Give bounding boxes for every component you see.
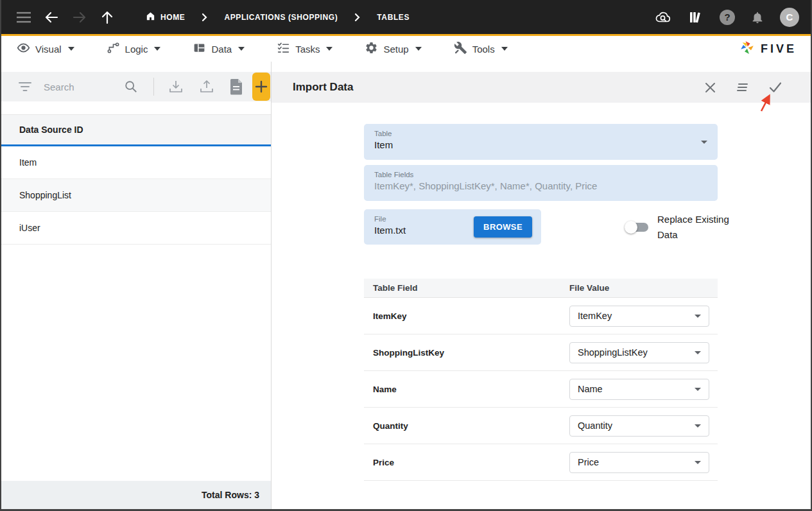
checklist-icon: [277, 41, 290, 56]
document-icon[interactable]: [229, 78, 243, 95]
table-select-value: Item: [374, 139, 707, 150]
menu-label: Logic: [125, 44, 148, 55]
mapping-header-row: Table Field File Value: [364, 279, 718, 298]
caret-down-icon: [695, 351, 701, 354]
wrench-icon: [454, 41, 467, 56]
mapping-field-name: Quantity: [364, 421, 569, 431]
avatar[interactable]: C: [780, 8, 799, 27]
caret-down-icon: [326, 47, 333, 51]
breadcrumb: HOME APPLICATIONS (SHOPPING) TABLES: [145, 11, 410, 24]
file-field: File Item.txt BROWSE: [364, 209, 541, 245]
filter-icon[interactable]: [18, 82, 32, 92]
mapping-field-name: Name: [364, 385, 569, 394]
list-item-item[interactable]: Item: [1, 146, 271, 179]
select-value: ShoppingListKey: [578, 347, 648, 358]
menu-label: Tools: [472, 44, 495, 55]
page-title: Import Data: [293, 81, 353, 94]
table-row: ShoppingListKey ShoppingListKey: [364, 334, 718, 371]
content: Data Source ID Item ShoppingList iUser T…: [1, 62, 811, 509]
gear-icon: [365, 41, 378, 56]
import-data-panel: Import Data Table Item Table Fi: [272, 62, 811, 509]
data-source-panel: Data Source ID Item ShoppingList iUser T…: [1, 62, 272, 509]
caret-down-icon: [695, 315, 701, 318]
menu-label: Setup: [383, 44, 408, 55]
table-row: Name Name: [364, 371, 718, 408]
breadcrumb-tables[interactable]: TABLES: [377, 13, 410, 22]
file-value-select-shoppinglistkey[interactable]: ShoppingListKey: [569, 342, 709, 363]
export-icon[interactable]: [198, 78, 215, 95]
breadcrumb-home[interactable]: HOME: [145, 11, 185, 24]
replace-existing-data-toggle[interactable]: Replace Existing Data: [626, 212, 742, 242]
mapping-field-name: Price: [364, 458, 569, 467]
table-select[interactable]: Table Item: [364, 124, 718, 160]
avatar-letter: C: [786, 12, 793, 22]
chevron-right-icon: [202, 13, 207, 22]
add-button[interactable]: [252, 73, 270, 101]
file-value-select-price[interactable]: Price: [569, 452, 709, 473]
up-arrow-icon[interactable]: [100, 10, 114, 25]
total-rows-label: Total Rows: 3: [1, 481, 271, 509]
select-value: ItemKey: [578, 311, 612, 321]
menu-tasks[interactable]: Tasks: [277, 41, 333, 56]
close-icon[interactable]: [704, 82, 716, 94]
toggle-knob[interactable]: [625, 221, 637, 234]
table-row: ItemKey ItemKey: [364, 298, 718, 334]
left-toolbar: [1, 72, 271, 101]
file-value-select-name[interactable]: Name: [569, 379, 709, 400]
select-value: Name: [578, 384, 603, 394]
list-item-shoppinglist[interactable]: ShoppingList: [1, 179, 271, 212]
table-fields-value: ItemKey*, ShoppingListKey*, Name*, Quant…: [374, 180, 707, 191]
import-form: Table Item Table Fields ItemKey*, Shoppi…: [272, 103, 811, 481]
list-header-data-source-id[interactable]: Data Source ID: [1, 114, 271, 146]
five-pinwheel-icon: [739, 39, 756, 58]
file-row: File Item.txt BROWSE Replace Existing Da…: [364, 209, 743, 245]
toggle-track[interactable]: [626, 223, 648, 232]
library-icon[interactable]: [687, 10, 704, 25]
table-row: Quantity Quantity: [364, 408, 718, 444]
flow-icon: [107, 41, 120, 56]
help-icon[interactable]: ?: [720, 10, 735, 25]
select-value: Quantity: [578, 420, 612, 431]
menu-tools[interactable]: Tools: [454, 41, 508, 56]
search-icon[interactable]: [124, 80, 138, 94]
import-icon[interactable]: [168, 78, 184, 95]
list-item-iuser[interactable]: iUser: [1, 212, 271, 245]
options-icon[interactable]: [736, 82, 749, 92]
notifications-icon[interactable]: [750, 10, 764, 25]
hamburger-icon[interactable]: [17, 12, 31, 23]
browse-button[interactable]: BROWSE: [474, 216, 532, 238]
mapping-field-name: ShoppingListKey: [364, 348, 569, 358]
breadcrumb-label: HOME: [160, 13, 185, 22]
mapping-field-name: ItemKey: [364, 311, 569, 321]
file-value-select-quantity[interactable]: Quantity: [569, 415, 709, 437]
confirm-icon[interactable]: [768, 81, 782, 94]
caret-down-icon: [68, 47, 74, 51]
table-select-label: Table: [374, 130, 707, 137]
file-value-select-itemkey[interactable]: ItemKey: [569, 306, 709, 327]
menu-visual[interactable]: Visual: [17, 41, 74, 56]
menu-setup[interactable]: Setup: [365, 41, 421, 56]
menu-logic[interactable]: Logic: [107, 41, 161, 56]
back-arrow-icon[interactable]: [44, 10, 59, 25]
five-logo-text: FIVE: [761, 42, 797, 56]
cloud-search-icon[interactable]: [654, 10, 672, 25]
topbar: HOME APPLICATIONS (SHOPPING) TABLES ?: [1, 0, 811, 34]
help-glyph: ?: [724, 12, 730, 22]
column-header-file-value: File Value: [569, 283, 609, 293]
toolbar-divider: [153, 78, 154, 96]
column-header-table-field: Table Field: [364, 283, 569, 293]
caret-down-icon: [695, 461, 701, 464]
forward-arrow-icon[interactable]: [72, 10, 87, 25]
breadcrumb-applications[interactable]: APPLICATIONS (SHOPPING): [224, 13, 338, 22]
table-row: Price Price: [364, 444, 718, 481]
search-input[interactable]: [44, 82, 124, 92]
table-fields-field: Table Fields ItemKey*, ShoppingListKey*,…: [364, 165, 718, 201]
field-mapping-table: Table Field File Value ItemKey ItemKey S…: [364, 279, 718, 481]
app-window: HOME APPLICATIONS (SHOPPING) TABLES ?: [0, 0, 812, 511]
menu-data[interactable]: Data: [193, 41, 245, 56]
five-logo: FIVE: [739, 39, 797, 58]
caret-down-icon: [695, 388, 701, 391]
table-fields-label: Table Fields: [374, 171, 707, 178]
caret-down-icon: [154, 47, 160, 51]
caret-down-icon: [695, 424, 701, 428]
